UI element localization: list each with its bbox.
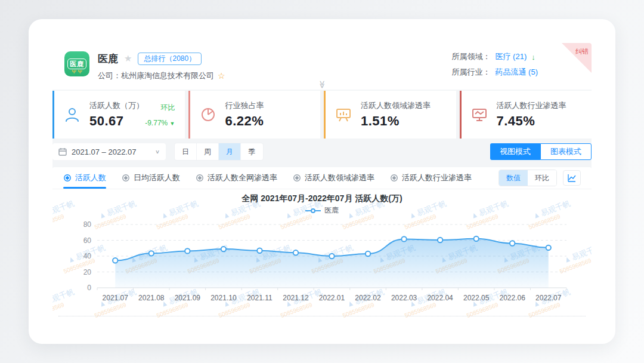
period-day[interactable]: 日 (175, 143, 197, 160)
data-point[interactable] (113, 258, 117, 263)
y-axis-label: 80 (83, 220, 92, 229)
tab-daily-active-users[interactable]: 日均活跃人数 (122, 167, 180, 189)
data-point[interactable] (510, 241, 515, 245)
data-point[interactable] (149, 251, 154, 256)
toggle-value[interactable]: 数值 (499, 170, 528, 186)
card-industry-penetration: 活跃人数行业渗透率 7.45% (460, 91, 592, 139)
card-active-users: 活跃人数（万） 50.67 环比 -9.77% ▼ (52, 91, 185, 139)
x-axis-label: 2022.04 (427, 294, 453, 302)
card-value: 6.22% (225, 113, 264, 129)
card-field-penetration: 活跃人数领域渗透率 1.51% (324, 91, 456, 139)
data-point[interactable] (293, 250, 298, 255)
y-axis-label: 20 (83, 268, 92, 276)
tab-industry-penetration[interactable]: 活跃人数行业渗透率 (390, 167, 472, 189)
field-label: 所属领域： (452, 51, 491, 62)
toggle-ratio[interactable]: 环比 (528, 170, 556, 186)
y-axis-label: 60 (83, 236, 92, 245)
mode-switcher: 视图模式 图表模式 (490, 143, 592, 160)
date-range-picker[interactable]: 2021.07 – 2022.07 ∨ (52, 143, 166, 160)
plot-area: 0204060802021.072021.082021.092021.10202… (52, 216, 592, 315)
card-value: 7.45% (497, 113, 566, 129)
pie-chart-icon (199, 106, 217, 124)
rank-badge[interactable]: 总排行（2080） (138, 53, 202, 65)
trend-value[interactable]: -9.77% ▼ (145, 119, 175, 127)
area-fill (115, 239, 548, 288)
x-axis-label: 2021.10 (210, 294, 237, 302)
correction-label[interactable]: 纠错 (575, 47, 589, 56)
presentation-line-icon (470, 106, 488, 124)
period-switcher: 日 周 月 季 (174, 143, 264, 161)
card-title: 行业独占率 (225, 100, 264, 111)
trend-label: 环比 (161, 103, 175, 113)
data-point[interactable] (185, 248, 190, 253)
card-value: 50.67 (89, 113, 144, 129)
chart-legend[interactable]: 医鹿 (52, 205, 592, 216)
x-axis-label: 2022.02 (355, 294, 381, 302)
x-axis-label: 2022.01 (319, 294, 345, 302)
company-label: 公司：杭州康淘信息技术有限公司 (98, 70, 214, 81)
x-axis-label: 2022.07 (535, 294, 562, 302)
target-icon (63, 174, 72, 182)
data-point[interactable] (366, 251, 370, 256)
x-axis-label: 2022.05 (463, 294, 490, 302)
line-chart-type-button[interactable] (563, 170, 581, 186)
period-month[interactable]: 月 (219, 143, 241, 160)
legend-marker-icon (305, 208, 321, 214)
x-axis-label: 2021.09 (175, 294, 201, 302)
x-axis-label: 2022.03 (391, 294, 417, 302)
data-point[interactable] (257, 248, 262, 253)
field-rank-down-icon: ↓ (531, 53, 535, 61)
period-week[interactable]: 周 (197, 143, 219, 160)
field-link[interactable]: 医疗 (21) (496, 51, 527, 62)
user-icon (63, 106, 81, 124)
trend-down-icon: ▼ (170, 121, 175, 127)
app-header: 医鹿 Ψ Ψ 医鹿 ★ 总排行（2080） 公司：杭州康淘信息技术有限公司 ☆ … (52, 43, 592, 90)
view-mode-button[interactable]: 视图模式 (490, 143, 540, 160)
x-axis-label: 2021.12 (283, 294, 309, 302)
x-axis-label: 2021.07 (103, 294, 129, 302)
chart-title: 全网 2021年07月-2022年07月 活跃人数(万) (52, 193, 592, 204)
target-icon (196, 174, 204, 182)
favorite-star-icon[interactable]: ★ (124, 53, 132, 64)
controls-row: 2021.07 – 2022.07 ∨ 日 周 月 季 视图模式 图表模式 (52, 143, 592, 160)
antler-icon: Ψ Ψ (72, 69, 82, 75)
data-point[interactable] (329, 254, 334, 259)
card-title: 活跃人数领域渗透率 (361, 100, 431, 111)
industry-link[interactable]: 药品流通 (5) (496, 67, 538, 78)
line-chart[interactable]: 0204060802021.072021.082021.092021.10202… (52, 216, 592, 312)
dashboard-inner: 医鹿 Ψ Ψ 医鹿 ★ 总排行（2080） 公司：杭州康淘信息技术有限公司 ☆ … (52, 43, 592, 320)
card-industry-exclusive: 行业独占率 6.22% (188, 91, 321, 139)
dashboard-card: 医鹿 Ψ Ψ 医鹿 ★ 总排行（2080） 公司：杭州康淘信息技术有限公司 ☆ … (29, 19, 615, 344)
company-star-icon[interactable]: ☆ (218, 71, 225, 81)
data-point[interactable] (221, 247, 226, 251)
card-value: 1.51% (361, 113, 431, 129)
x-axis-label: 2021.08 (138, 294, 165, 302)
target-icon (390, 174, 398, 182)
x-axis-label: 2022.06 (499, 294, 525, 302)
card-title: 活跃人数（万） (89, 100, 144, 111)
tab-network-penetration[interactable]: 活跃人数全网渗透率 (196, 167, 277, 189)
app-logo: 医鹿 Ψ Ψ (64, 51, 89, 76)
chart-mode-button[interactable]: 图表模式 (540, 143, 592, 160)
data-point[interactable] (401, 236, 406, 241)
calendar-icon (58, 147, 67, 156)
chart-panel: 易观千帆5085968569易观千帆5085968569易观千帆50859685… (52, 167, 592, 320)
collapse-icon[interactable]: ≫ (318, 81, 327, 88)
period-quarter[interactable]: 季 (241, 143, 263, 160)
app-name: 医鹿 (98, 52, 118, 66)
metric-tabs: 活跃人数 日均活跃人数 活跃人数全网渗透率 活跃人数领域渗透率 活跃人数行业渗透… (52, 167, 592, 189)
line-chart-icon (568, 174, 576, 182)
data-point[interactable] (546, 245, 551, 250)
chevron-down-icon: ∨ (155, 149, 160, 155)
target-icon (122, 174, 130, 182)
tab-field-penetration[interactable]: 活跃人数领域渗透率 (293, 167, 374, 189)
presentation-bars-icon (335, 106, 352, 124)
data-point[interactable] (438, 238, 442, 242)
date-range-value: 2021.07 – 2022.07 (72, 147, 136, 156)
target-icon (293, 174, 301, 182)
card-title: 活跃人数行业渗透率 (497, 100, 566, 111)
tab-active-users[interactable]: 活跃人数 (63, 167, 106, 189)
value-ratio-toggle: 数值 环比 (499, 170, 557, 186)
data-point[interactable] (473, 236, 478, 241)
legend-series-name: 医鹿 (324, 205, 339, 216)
